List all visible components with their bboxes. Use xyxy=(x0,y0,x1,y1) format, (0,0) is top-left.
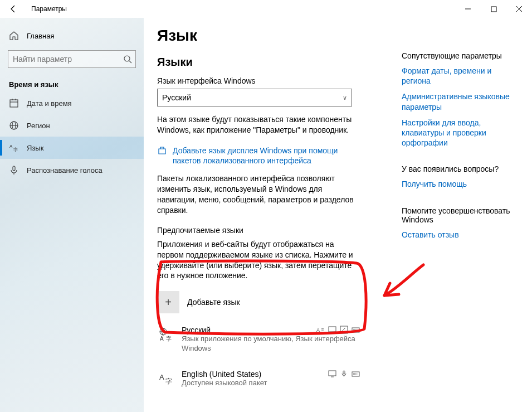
sidebar: Главная Время и язык Дата и время Регио xyxy=(0,18,144,412)
svg-rect-31 xyxy=(343,371,345,374)
page-title: Язык xyxy=(157,27,388,45)
language-glyph-icon: A字 xyxy=(158,371,174,386)
app-title: Параметры xyxy=(31,5,67,13)
add-language-button[interactable]: + xyxy=(157,291,179,313)
tts-icon: A xyxy=(316,326,325,334)
close-button[interactable] xyxy=(506,0,532,18)
handwriting-icon xyxy=(340,326,348,334)
sidebar-item-region[interactable]: Регион xyxy=(0,114,144,137)
local-experience-pack-link[interactable]: Добавьте язык дисплея Windows при помощи… xyxy=(173,146,357,166)
svg-rect-21 xyxy=(329,327,336,332)
home-icon xyxy=(9,31,19,41)
language-item-russian[interactable]: A字 Русский Язык приложения по умолчанию,… xyxy=(157,321,363,358)
language-feature-icons xyxy=(328,370,360,378)
sidebar-item-label: Распознавание голоса xyxy=(27,166,103,175)
svg-line-3 xyxy=(129,61,131,63)
language-subtitle: Доступен языковой пакет xyxy=(182,379,361,387)
display-icon xyxy=(328,326,336,334)
language-feature-icons: A xyxy=(316,326,360,334)
maximize-button[interactable] xyxy=(481,0,506,18)
right-column: Сопутствующие параметры Формат даты, вре… xyxy=(402,25,519,412)
svg-text:A: A xyxy=(9,144,13,149)
add-language-row[interactable]: + Добавьте язык xyxy=(157,291,388,313)
language-glyph-icon: A字 xyxy=(158,327,174,342)
category-title: Время и язык xyxy=(0,75,144,92)
svg-rect-33 xyxy=(352,372,359,376)
calendar-icon xyxy=(9,98,19,108)
sidebar-item-label: Язык xyxy=(27,144,43,152)
link-feedback[interactable]: Оставить отзыв xyxy=(402,230,519,240)
search-input[interactable] xyxy=(8,55,135,64)
svg-text:字: 字 xyxy=(166,336,172,342)
sidebar-item-date-time[interactable]: Дата и время xyxy=(0,92,144,114)
svg-text:字: 字 xyxy=(13,147,18,152)
link-get-help[interactable]: Получить помощь xyxy=(402,179,519,189)
related-settings-title: Сопутствующие параметры xyxy=(402,51,519,60)
window-controls xyxy=(455,0,532,18)
language-item-english-us[interactable]: A字 English (United States) Доступен язык… xyxy=(157,365,363,393)
sidebar-home[interactable]: Главная xyxy=(0,26,144,46)
chevron-down-icon: ∨ xyxy=(343,94,347,101)
add-language-label: Добавьте язык xyxy=(187,298,240,307)
globe-icon xyxy=(9,120,19,130)
dropdown-value: Русский xyxy=(162,93,191,102)
sidebar-item-label: Регион xyxy=(27,122,50,130)
main-area: Язык Языки Язык интерфейса Windows Русск… xyxy=(144,18,532,412)
svg-text:字: 字 xyxy=(165,377,172,385)
keyboard-icon xyxy=(352,370,360,378)
svg-rect-1 xyxy=(491,7,496,12)
keyboard-icon xyxy=(352,326,360,334)
sidebar-item-speech[interactable]: Распознавание голоса xyxy=(0,159,144,181)
back-button[interactable] xyxy=(3,0,23,18)
local-experience-pack-tip: Добавьте язык дисплея Windows при помощи… xyxy=(157,146,388,166)
search-box[interactable] xyxy=(8,50,136,68)
sidebar-item-label: Дата и время xyxy=(27,99,72,108)
titlebar: Параметры xyxy=(0,0,532,18)
microphone-icon xyxy=(9,165,19,175)
minimize-button[interactable] xyxy=(455,0,481,18)
store-icon xyxy=(157,146,167,156)
help-title: У вас появились вопросы? xyxy=(402,164,519,173)
svg-text:A: A xyxy=(159,373,164,381)
language-icon: A字 xyxy=(9,143,19,153)
svg-point-2 xyxy=(124,56,130,61)
feedback-title: Помогите усовершенствовать Windows xyxy=(402,206,519,224)
speech-icon xyxy=(340,370,348,378)
display-language-label: Язык интерфейса Windows xyxy=(157,76,388,85)
preferred-languages-title: Предпочитаемые языки xyxy=(157,226,388,235)
display-language-description: На этом языке будут показываться такие к… xyxy=(157,114,358,135)
lip-description: Пакеты локализованного интерфейса позвол… xyxy=(157,173,358,216)
link-input-spelling[interactable]: Настройки для ввода, клавиатуры и провер… xyxy=(402,118,519,148)
language-list: A字 Русский Язык приложения по умолчанию,… xyxy=(157,321,363,393)
svg-rect-4 xyxy=(10,100,18,107)
svg-text:A: A xyxy=(160,336,164,342)
link-date-format[interactable]: Формат даты, времени и региона xyxy=(402,66,519,86)
svg-rect-24 xyxy=(352,328,359,332)
content-column: Язык Языки Язык интерфейса Windows Русск… xyxy=(157,25,388,412)
section-title-languages: Языки xyxy=(157,56,388,69)
display-icon xyxy=(328,370,336,378)
svg-rect-29 xyxy=(329,371,336,376)
search-icon xyxy=(123,55,132,64)
svg-rect-23 xyxy=(340,326,348,333)
svg-rect-13 xyxy=(13,166,15,171)
language-subtitle: Язык приложения по умолчанию, Язык интер… xyxy=(182,335,361,353)
display-language-dropdown[interactable]: Русский ∨ xyxy=(157,89,352,106)
link-admin-language[interactable]: Административные языковые параметры xyxy=(402,91,519,112)
sidebar-item-language[interactable]: A字 Язык xyxy=(0,137,144,159)
preferred-languages-description: Приложения и веб-сайты будут отображатьс… xyxy=(157,239,358,282)
svg-text:A: A xyxy=(316,327,320,333)
sidebar-home-label: Главная xyxy=(27,32,54,40)
